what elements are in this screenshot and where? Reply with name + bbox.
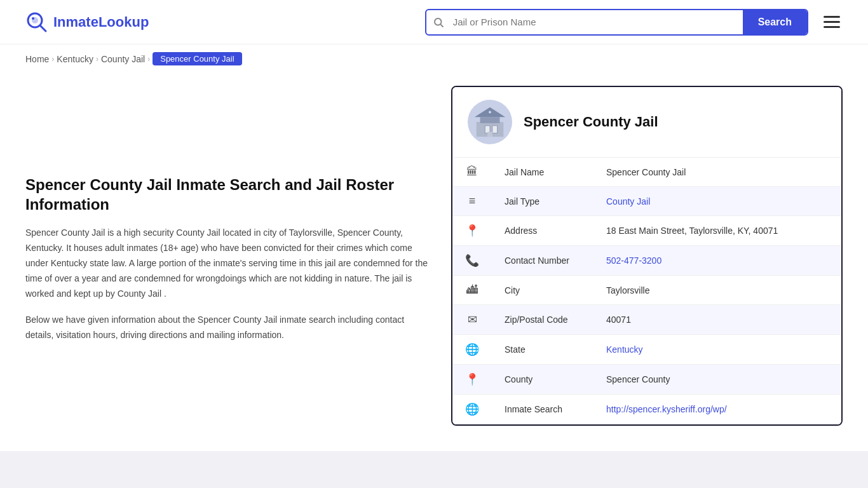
row-icon: 🏙 bbox=[452, 276, 492, 305]
row-value: Taylorsville bbox=[593, 276, 841, 305]
card-title: Spencer County Jail bbox=[524, 114, 658, 130]
row-label: Zip/Postal Code bbox=[492, 305, 593, 335]
page-title: Spencer County Jail Inmate Search and Ja… bbox=[25, 175, 432, 214]
row-icon: 📞 bbox=[452, 246, 492, 276]
search-area: Search bbox=[425, 9, 808, 36]
row-icon: 📍 bbox=[452, 216, 492, 246]
svg-line-1 bbox=[40, 25, 46, 31]
description-1: Spencer County Jail is a high security C… bbox=[25, 226, 432, 301]
info-card: Spencer County Jail 🏛Jail NameSpencer Co… bbox=[451, 86, 843, 426]
logo-icon bbox=[25, 11, 48, 34]
card-header: Spencer County Jail bbox=[452, 87, 841, 158]
table-row: 🌐StateKentucky bbox=[452, 335, 841, 365]
main-content: Spencer County Jail Inmate Search and Ja… bbox=[0, 73, 868, 438]
row-value: 40071 bbox=[593, 305, 841, 335]
row-icon: 🌐 bbox=[452, 395, 492, 424]
table-row: 🏙CityTaylorsville bbox=[452, 276, 841, 305]
breadcrumb-home[interactable]: Home bbox=[25, 54, 49, 64]
hamburger-line-3 bbox=[824, 26, 840, 28]
table-row: 📍CountySpencer County bbox=[452, 365, 841, 395]
row-value: Spencer County Jail bbox=[593, 158, 841, 187]
row-link[interactable]: County Jail bbox=[606, 196, 650, 207]
row-value[interactable]: Kentucky bbox=[593, 335, 841, 365]
table-row: ✉Zip/Postal Code40071 bbox=[452, 305, 841, 335]
row-icon: 📍 bbox=[452, 365, 492, 395]
svg-point-3 bbox=[32, 17, 34, 20]
breadcrumb-current: Spencer County Jail bbox=[153, 52, 241, 65]
breadcrumb-state[interactable]: Kentucky bbox=[57, 54, 93, 64]
info-table: 🏛Jail NameSpencer County Jail≡Jail TypeC… bbox=[452, 158, 841, 424]
search-input[interactable] bbox=[451, 10, 743, 34]
logo-text: InmateLookup bbox=[53, 14, 149, 30]
table-row: 🌐Inmate Searchhttp://spencer.kysheriff.o… bbox=[452, 395, 841, 424]
row-link[interactable]: Kentucky bbox=[606, 344, 643, 355]
svg-line-5 bbox=[440, 24, 443, 27]
svg-rect-10 bbox=[492, 126, 498, 133]
row-label: County bbox=[492, 365, 593, 395]
row-label: State bbox=[492, 335, 593, 365]
row-icon: 🌐 bbox=[452, 335, 492, 365]
row-icon: ≡ bbox=[452, 187, 492, 216]
breadcrumb-type[interactable]: County Jail bbox=[101, 54, 145, 64]
row-label: Jail Name bbox=[492, 158, 593, 187]
search-button[interactable]: Search bbox=[743, 10, 807, 34]
row-value: 18 East Main Street, Taylorsville, KY, 4… bbox=[593, 216, 841, 246]
hamburger-line-2 bbox=[824, 21, 840, 23]
table-row: 📍Address18 East Main Street, Taylorsvill… bbox=[452, 216, 841, 246]
row-icon: 🏛 bbox=[452, 158, 492, 187]
jail-building-icon bbox=[471, 104, 508, 140]
search-icon bbox=[426, 17, 451, 28]
row-link[interactable]: http://spencer.kysheriff.org/wp/ bbox=[606, 404, 727, 414]
breadcrumb-sep-3: › bbox=[147, 55, 150, 64]
table-row: 🏛Jail NameSpencer County Jail bbox=[452, 158, 841, 187]
left-panel: Spencer County Jail Inmate Search and Ja… bbox=[25, 86, 432, 355]
breadcrumb-sep-2: › bbox=[96, 55, 98, 64]
row-label: Address bbox=[492, 216, 593, 246]
row-icon: ✉ bbox=[452, 305, 492, 335]
row-label: City bbox=[492, 276, 593, 305]
row-value[interactable]: http://spencer.kysheriff.org/wp/ bbox=[593, 395, 841, 424]
hamburger-line-1 bbox=[824, 16, 840, 18]
row-value[interactable]: 502-477-3200 bbox=[593, 246, 841, 276]
jail-avatar bbox=[468, 100, 512, 144]
row-label: Inmate Search bbox=[492, 395, 593, 424]
breadcrumb: Home › Kentucky › County Jail › Spencer … bbox=[0, 44, 868, 73]
row-value[interactable]: County Jail bbox=[593, 187, 841, 216]
search-wrapper: Search bbox=[425, 9, 808, 36]
header: InmateLookup Search bbox=[0, 0, 868, 44]
row-label: Jail Type bbox=[492, 187, 593, 216]
hamburger-menu[interactable] bbox=[821, 13, 843, 30]
right-panel: Spencer County Jail 🏛Jail NameSpencer Co… bbox=[451, 86, 843, 426]
svg-rect-7 bbox=[480, 117, 500, 123]
row-label: Contact Number bbox=[492, 246, 593, 276]
row-value: Spencer County bbox=[593, 365, 841, 395]
footer-bg bbox=[0, 451, 868, 488]
row-link[interactable]: 502-477-3200 bbox=[606, 255, 661, 266]
logo[interactable]: InmateLookup bbox=[25, 11, 149, 34]
table-row: ≡Jail TypeCounty Jail bbox=[452, 187, 841, 216]
svg-point-4 bbox=[435, 18, 442, 25]
description-2: Below we have given information about th… bbox=[25, 313, 432, 343]
svg-rect-13 bbox=[487, 132, 492, 137]
table-row: 📞Contact Number502-477-3200 bbox=[452, 246, 841, 276]
breadcrumb-sep-1: › bbox=[51, 55, 54, 64]
svg-point-14 bbox=[489, 111, 491, 114]
